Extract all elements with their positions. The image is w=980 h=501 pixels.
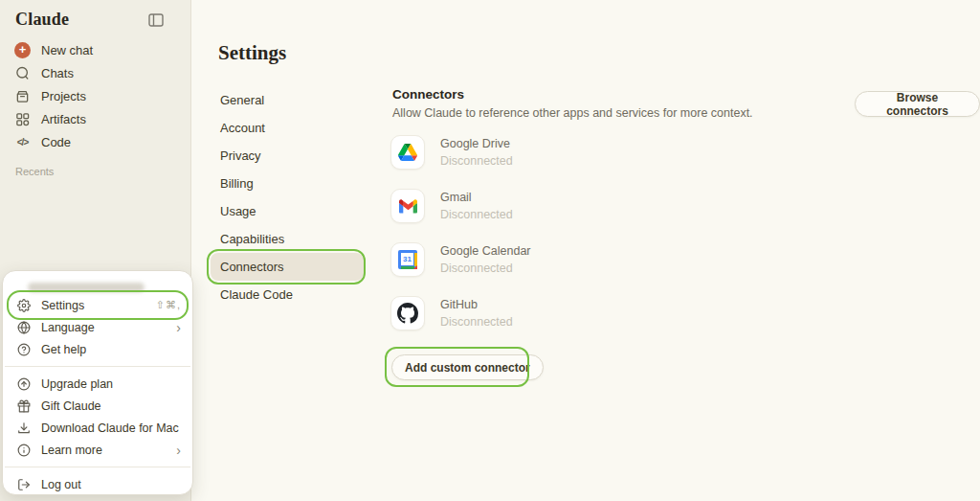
arrow-up-circle-icon [16,377,32,391]
gift-icon [16,399,32,413]
menu-item-label: Language [41,321,167,334]
page-title: Settings [218,41,286,65]
menu-item-log-out[interactable]: Log out [3,473,192,495]
sidebar-item-projects[interactable]: Projects [0,84,190,107]
google-drive-icon [390,135,425,170]
download-icon [16,421,32,435]
menu-item-gift-claude[interactable]: Gift Claude [3,395,192,417]
sidebar-item-label: Code [41,135,71,149]
connector-row-google-drive: Google Drive Disconnected Connect [390,135,965,170]
menu-item-settings[interactable]: Settings ⇧⌘, [3,294,192,316]
gmail-icon [390,189,425,223]
grid-icon [14,112,31,126]
sidebar-nav: + New chat Chats Projects [0,38,190,153]
connector-status: Disconnected [440,208,513,221]
connectors-description: Allow Claude to reference other apps and… [392,106,753,120]
chat-bubble-icon [14,66,31,80]
github-icon [390,296,425,330]
settings-nav-general[interactable]: General [211,86,364,114]
settings-nav-usage[interactable]: Usage [211,197,364,225]
chevron-right-icon: › [176,321,181,334]
sidebar-item-label: Chats [41,66,74,80]
connector-status: Disconnected [440,262,513,275]
connector-name: GitHub [440,298,478,311]
user-email-redacted [28,283,145,292]
settings-nav: General Account Privacy Billing Usage Ca… [211,86,364,308]
chevron-right-icon: › [176,444,181,457]
settings-nav-account[interactable]: Account [211,114,364,142]
code-icon: </> [14,137,31,148]
menu-item-label: Learn more [41,444,167,457]
connector-status: Disconnected [440,154,513,168]
sidebar-item-new-chat[interactable]: + New chat [0,38,190,61]
connector-name: Google Drive [440,137,510,150]
connector-row-gmail: Gmail Disconnected Connect [390,189,965,223]
sidebar-item-label: Artifacts [41,112,86,126]
google-calendar-icon: 31 [390,242,425,277]
menu-item-learn-more[interactable]: Learn more › [3,439,192,461]
account-menu: Settings ⇧⌘, Language › Get help [2,270,193,495]
add-custom-connector-button[interactable]: Add custom connector [391,354,544,380]
connectors-heading: Connectors [392,87,464,102]
settings-nav-claude-code[interactable]: Claude Code [211,281,364,308]
gear-icon [16,299,32,312]
sidebar-item-label: New chat [41,43,93,57]
sidebar-item-artifacts[interactable]: Artifacts [0,107,190,130]
sidebar-toggle-icon[interactable] [148,13,164,27]
info-circle-icon [16,444,32,457]
globe-icon [16,321,32,334]
menu-item-label: Download Claude for Mac [41,421,181,435]
menu-divider [5,467,190,467]
menu-item-upgrade-plan[interactable]: Upgrade plan [3,373,192,395]
browse-connectors-button[interactable]: Browse connectors [855,91,980,117]
sidebar-header: Claude [0,0,190,31]
sidebar-item-code[interactable]: </> Code [0,130,190,153]
connector-status: Disconnected [440,315,513,329]
connector-name: Gmail [440,191,472,204]
account-menu-items: Settings ⇧⌘, Language › Get help [3,294,192,495]
settings-nav-connectors[interactable]: Connectors [211,253,364,281]
menu-item-language[interactable]: Language › [3,316,192,338]
box-icon [14,89,31,103]
sidebar-item-label: Projects [41,89,86,103]
settings-shortcut: ⇧⌘, [156,299,181,311]
plus-icon: + [14,42,31,58]
help-circle-icon [16,343,32,356]
sidebar-item-chats[interactable]: Chats [0,61,190,84]
recents-label: Recents [15,166,190,177]
menu-item-label: Log out [41,478,181,491]
connector-name: Google Calendar [440,244,531,258]
menu-item-get-help[interactable]: Get help [3,338,192,360]
connector-row-github: GitHub Disconnected Connect [390,296,965,330]
menu-divider [5,366,190,367]
claude-logo[interactable]: Claude [15,10,69,30]
menu-item-download-mac[interactable]: Download Claude for Mac [3,417,192,439]
log-out-icon [16,478,32,491]
menu-item-label: Get help [41,343,181,356]
settings-nav-capabilities[interactable]: Capabilities [211,225,364,253]
connector-row-google-calendar: 31 Google Calendar Disconnected Connect [390,242,965,277]
menu-item-label: Gift Claude [41,399,181,413]
settings-nav-billing[interactable]: Billing [211,170,364,197]
menu-item-label: Upgrade plan [41,377,181,391]
menu-item-label: Settings [41,299,146,312]
settings-nav-privacy[interactable]: Privacy [211,142,364,170]
